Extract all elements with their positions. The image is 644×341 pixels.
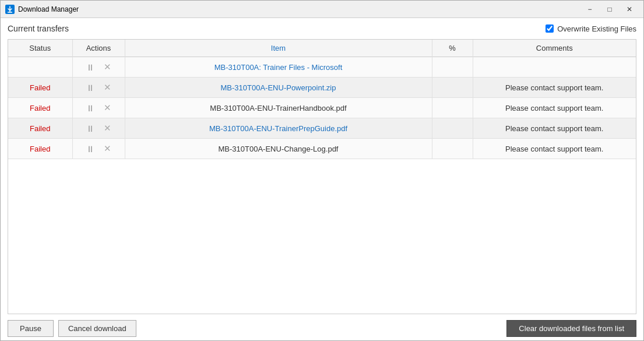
row-item: MB-310T00A-ENU-TrainerHandbook.pdf [125,98,432,118]
status-failed-text: Failed [30,145,50,153]
current-transfers-label: Current transfers [8,24,69,33]
row-status: Failed [8,118,72,139]
row-percent [432,139,473,159]
title-bar-controls: − □ ✕ [580,3,639,16]
cancel-row-button[interactable]: ✕ [101,61,114,73]
row-actions: ⏸ ✕ [72,57,125,78]
table-row: Failed ⏸ ✕ MB-310T00A-ENU-Change-Log.pdf… [8,139,636,159]
item-link-text[interactable]: MB-310T00A-ENU-Powerpoint.zip [221,83,336,92]
row-comments [473,57,636,78]
row-item: MB-310T00A-ENU-TrainerPrepGuide.pdf [125,118,432,139]
bottom-bar: Pause Cancel download Clear downloaded f… [8,320,636,337]
main-content: Current transfers Overwrite Existing Fil… [1,18,643,341]
comment-text: Please contact support team. [505,145,603,153]
pause-row-button[interactable]: ⏸ [83,143,97,155]
cancel-row-button[interactable]: ✕ [101,101,114,114]
row-comments: Please contact support team. [473,139,636,159]
app-icon [5,5,15,14]
cancel-row-button[interactable]: ✕ [101,142,114,155]
table-row: ⏸ ✕ MB-310T00A: Trainer Files - Microsof… [8,57,636,78]
downloads-table: Status Actions Item % Comments ⏸ ✕ MB-31… [8,40,636,159]
row-item: MB-310T00A-ENU-Powerpoint.zip [125,78,432,98]
row-item: MB-310T00A-ENU-Change-Log.pdf [125,139,432,159]
minimize-button[interactable]: − [580,3,599,16]
downloads-table-container: Status Actions Item % Comments ⏸ ✕ MB-31… [8,39,636,314]
row-percent [432,57,473,78]
row-item: MB-310T00A: Trainer Files - Microsoft [125,57,432,78]
overwrite-checkbox-label[interactable]: Overwrite Existing Files [546,24,636,33]
item-plain-text: MB-310T00A-ENU-Change-Log.pdf [219,145,339,153]
table-header-row: Status Actions Item % Comments [8,40,636,57]
row-actions: ⏸ ✕ [72,78,125,98]
cancel-button[interactable]: Cancel download [58,320,136,337]
row-percent [432,78,473,98]
cancel-row-button[interactable]: ✕ [101,122,114,135]
clear-button[interactable]: Clear downloaded files from list [506,320,636,337]
row-status: Failed [8,98,72,118]
table-row: Failed ⏸ ✕ MB-310T00A-ENU-Powerpoint.zip… [8,78,636,98]
pause-button[interactable]: Pause [8,320,54,337]
item-plain-text: MB-310T00A-ENU-TrainerHandbook.pdf [210,104,346,113]
maximize-button[interactable]: □ [600,3,619,16]
pause-row-button[interactable]: ⏸ [83,82,97,94]
pause-row-button[interactable]: ⏸ [83,122,97,135]
table-body: ⏸ ✕ MB-310T00A: Trainer Files - Microsof… [8,57,636,159]
overwrite-text: Overwrite Existing Files [557,24,636,33]
item-link-text[interactable]: MB-310T00A: Trainer Files - Microsoft [214,63,343,72]
col-header-comments: Comments [473,40,636,57]
col-header-actions: Actions [72,40,125,57]
row-status: Failed [8,78,72,98]
table-row: Failed ⏸ ✕ MB-310T00A-ENU-TrainerHandboo… [8,98,636,118]
row-status [8,57,72,78]
title-bar-text: Download Manager [18,5,580,13]
col-header-item: Item [125,40,432,57]
comment-text: Please contact support team. [505,83,603,92]
row-actions: ⏸ ✕ [72,139,125,159]
row-percent [432,118,473,139]
status-failed-text: Failed [30,83,50,92]
overwrite-checkbox[interactable] [546,24,554,33]
col-header-status: Status [8,40,72,57]
row-comments: Please contact support team. [473,98,636,118]
top-bar: Current transfers Overwrite Existing Fil… [8,24,636,33]
row-comments: Please contact support team. [473,118,636,139]
comment-text: Please contact support team. [505,104,603,113]
pause-row-button[interactable]: ⏸ [83,61,97,73]
close-button[interactable]: ✕ [620,3,639,16]
row-actions: ⏸ ✕ [72,98,125,118]
cancel-row-button[interactable]: ✕ [101,81,114,94]
pause-row-button[interactable]: ⏸ [83,102,97,114]
table-row: Failed ⏸ ✕ MB-310T00A-ENU-TrainerPrepGui… [8,118,636,139]
col-header-percent: % [432,40,473,57]
comment-text: Please contact support team. [505,124,603,133]
row-comments: Please contact support team. [473,78,636,98]
bottom-left-buttons: Pause Cancel download [8,320,136,337]
status-failed-text: Failed [30,124,50,133]
row-status: Failed [8,139,72,159]
row-percent [432,98,473,118]
status-failed-text: Failed [30,104,50,113]
item-link-text[interactable]: MB-310T00A-ENU-TrainerPrepGuide.pdf [209,124,347,133]
title-bar: Download Manager − □ ✕ [1,1,643,18]
row-actions: ⏸ ✕ [72,118,125,139]
